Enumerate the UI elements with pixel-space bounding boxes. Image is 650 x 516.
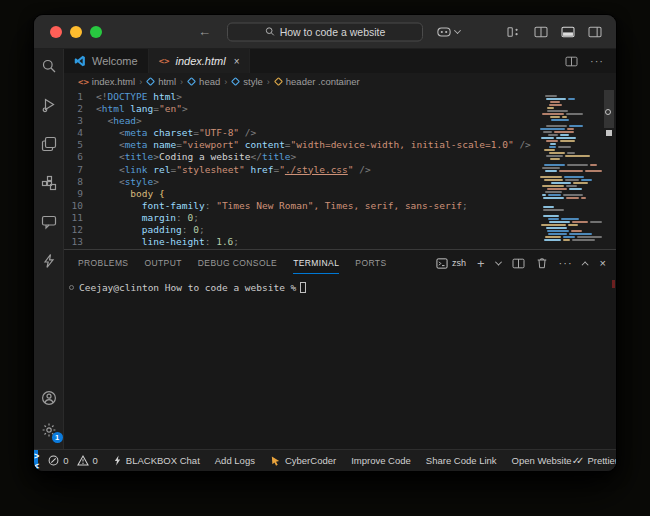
maximize-window-button[interactable] <box>90 26 102 38</box>
code-line: 4 <meta charset="UTF-8" /> <box>64 127 538 139</box>
share-code-link-status-item[interactable]: Share Code Link <box>426 455 497 466</box>
symbol-blue-icon <box>187 77 196 86</box>
code-tag-icon: <> <box>78 77 89 87</box>
activity-bar-bolt[interactable] <box>40 252 58 270</box>
split-terminal-icon[interactable] <box>512 258 525 269</box>
command-center-text: How to code a website <box>280 26 386 38</box>
tab-index-html[interactable]: <>index.html× <box>149 49 251 73</box>
status-item-label: BLACKBOX Chat <box>126 455 200 466</box>
breadcrumb-item-style[interactable]: style <box>231 76 263 87</box>
terminal-icon <box>436 258 448 269</box>
prettier-status-item[interactable]: ✓✓Prettier <box>572 455 617 466</box>
line-number: 12 <box>64 224 96 236</box>
status-item-label: Prettier <box>587 455 617 466</box>
lightning-icon <box>113 455 122 466</box>
activity-bar-copy[interactable] <box>40 135 58 153</box>
split-editor-icon[interactable] <box>534 26 548 38</box>
command-center-search[interactable]: How to code a website <box>227 22 423 41</box>
code-line: 1<!DOCTYPE html> <box>64 91 538 103</box>
panel-tab-debug-console[interactable]: DEBUG CONSOLE <box>198 252 277 274</box>
symbol-gold-icon <box>274 77 283 86</box>
panel-tab-ports[interactable]: PORTS <box>355 252 386 274</box>
improve-code-status-item[interactable]: Improve Code <box>351 455 411 466</box>
close-tab-icon[interactable]: × <box>234 56 240 67</box>
double-check-icon: ✓✓ <box>572 455 584 466</box>
problems-status-item[interactable]: 00 <box>48 455 98 466</box>
status-item-label: Add Logs <box>215 455 255 466</box>
code-text: <html lang="en"> <box>96 103 188 115</box>
add-logs-status-item[interactable]: Add Logs <box>215 455 255 466</box>
terminal-shell-item[interactable]: zsh <box>436 258 466 269</box>
maximize-panel-icon[interactable] <box>581 261 588 268</box>
close-window-button[interactable] <box>50 26 62 38</box>
terminal-scrollbar-decoration <box>612 280 615 288</box>
back-button[interactable]: ← <box>198 24 211 39</box>
line-number: 9 <box>64 188 96 200</box>
warning-icon <box>77 455 89 466</box>
activity-bar-settings[interactable]: 1 <box>40 421 58 439</box>
shell-label: zsh <box>452 258 466 268</box>
panel-more-actions-icon[interactable]: ··· <box>559 257 573 269</box>
activity-bar-chat[interactable] <box>40 213 58 231</box>
activity-bar-search[interactable] <box>40 57 58 75</box>
code-line: 11 margin: 0; <box>64 212 538 224</box>
code-line: 2<html lang="en"> <box>64 103 538 115</box>
split-editor-icon[interactable] <box>565 56 578 67</box>
code-text: margin: 0; <box>96 212 199 224</box>
cybercoder-status-item[interactable]: CyberCoder <box>270 455 336 466</box>
command-decoration-icon <box>69 285 74 290</box>
breadcrumb-item-head[interactable]: head <box>187 76 220 87</box>
code-text: <head> <box>96 115 142 127</box>
terminal-prompt-line: Ceejay@clinton How to code a website % <box>69 282 306 293</box>
code-line: 9 body { <box>64 188 538 200</box>
customize-layout-icon[interactable] <box>507 26 521 38</box>
run-and-debug-icon <box>41 97 57 113</box>
kill-terminal-trash-icon[interactable] <box>536 257 548 269</box>
code-line: 10 font-family: "Times New Roman", Times… <box>64 200 538 212</box>
panel-tab-output[interactable]: OUTPUT <box>144 252 181 274</box>
line-number: 11 <box>64 212 96 224</box>
activity-bar-run-debug[interactable] <box>40 96 58 114</box>
code-editor[interactable]: 1<!DOCTYPE html>2<html lang="en">3 <head… <box>64 90 616 249</box>
toggle-panel-icon[interactable] <box>561 26 575 38</box>
breadcrumb-item-html[interactable]: html <box>146 76 176 87</box>
symbol-blue-icon <box>231 77 240 86</box>
blackbox-chat-status-item[interactable]: BLACKBOX Chat <box>113 455 200 466</box>
minimize-window-button[interactable] <box>70 26 82 38</box>
breadcrumb: <>index.html›html›head›style›header .con… <box>64 73 616 90</box>
toggle-secondary-sidebar-icon[interactable] <box>588 26 602 38</box>
status-item-label: Improve Code <box>351 455 411 466</box>
bottom-panel: PROBLEMSOUTPUTDEBUG CONSOLETERMINALPORTS… <box>64 249 616 449</box>
overview-ruler-square <box>606 130 612 136</box>
code-text: padding: 0; <box>96 224 205 236</box>
minimap[interactable] <box>540 92 602 249</box>
new-terminal-button[interactable]: + <box>477 256 485 271</box>
search-icon <box>41 58 57 74</box>
panel-tab-terminal[interactable]: TERMINAL <box>293 252 339 274</box>
breadcrumb-label: head <box>199 76 220 87</box>
line-number: 7 <box>64 164 96 176</box>
copilot-menu-button[interactable] <box>437 26 460 37</box>
code-line: 13 line-height: 1.6; <box>64 236 538 248</box>
panel-tab-problems[interactable]: PROBLEMS <box>78 252 128 274</box>
code-text: <meta charset="UTF-8" /> <box>96 127 256 139</box>
vscode-window: ← → How to code a website 1 Welcome<>ind… <box>33 14 617 472</box>
close-panel-icon[interactable]: × <box>600 257 606 269</box>
error-icon <box>48 455 59 466</box>
code-line: 6 <title>Coding a website</title> <box>64 151 538 163</box>
terminal-dropdown-icon[interactable] <box>495 258 502 265</box>
activity-bar-extensions[interactable] <box>40 174 58 192</box>
open-website-status-item[interactable]: Open Website <box>512 455 572 466</box>
breadcrumb-item-header-container[interactable]: header .container <box>274 76 360 87</box>
code-text: <!DOCTYPE html> <box>96 91 182 103</box>
editor-scrollbar[interactable] <box>602 90 616 249</box>
activity-bar-account[interactable] <box>40 389 58 407</box>
breadcrumb-item-index-html[interactable]: <>index.html <box>78 76 135 87</box>
tab-label: index.html <box>176 55 226 67</box>
panel-header: PROBLEMSOUTPUTDEBUG CONSOLETERMINALPORTS… <box>64 250 616 276</box>
tab-label: Welcome <box>92 55 138 67</box>
terminal[interactable]: Ceejay@clinton How to code a website % <box>64 276 616 449</box>
tab-welcome[interactable]: Welcome <box>64 49 149 73</box>
window-controls <box>50 26 102 38</box>
more-actions-icon[interactable]: ··· <box>590 55 604 67</box>
